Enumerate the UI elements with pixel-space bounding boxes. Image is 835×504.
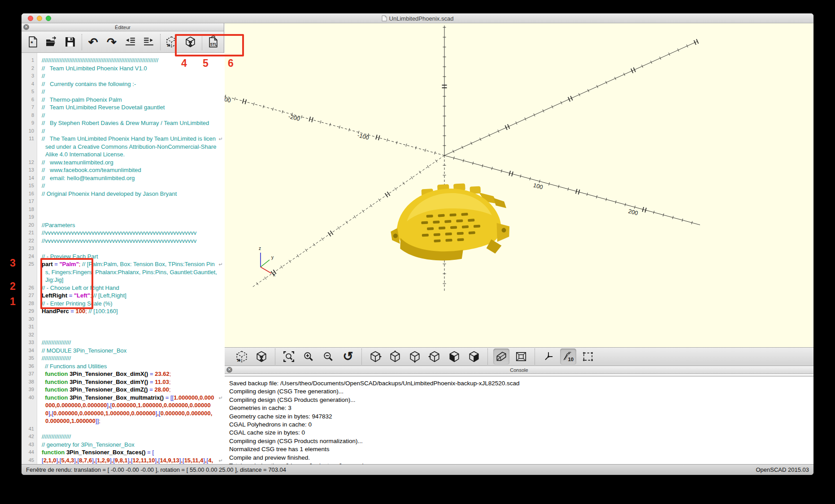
export-stl-icon[interactable]: STL <box>205 33 221 51</box>
window-titlebar: UnLimbitedPhoenix.scad <box>22 13 813 23</box>
line-number: 38 <box>22 378 37 386</box>
line-number: 4 <box>22 80 37 88</box>
code-line: 7// Team UnLimibited Reverse Dovetail ga… <box>22 103 224 112</box>
new-file-icon[interactable]: * <box>25 33 41 51</box>
main-area: ✕ Éditeur *↶↷»STL 1/////////////////////… <box>22 23 813 464</box>
zoom-window-button[interactable] <box>46 16 51 21</box>
line-number: 27 <box>22 292 37 300</box>
view-front-icon[interactable] <box>446 349 462 365</box>
code-line: 15// <box>22 182 224 190</box>
zoom-in-icon[interactable] <box>300 349 317 365</box>
line-number: 7 <box>22 103 37 112</box>
toolbar-separator <box>275 349 275 365</box>
window-title: UnLimbitedPhoenix.scad <box>389 15 454 22</box>
screenshot-background: UnLimbitedPhoenix.scad ✕ Éditeur *↶↷»STL… <box>0 0 835 504</box>
editor-close-icon[interactable]: ✕ <box>23 24 29 30</box>
view-all-icon[interactable] <box>580 349 596 365</box>
console-line: Normalized CSG tree has 1 elements <box>229 445 809 453</box>
code-line: 24// - Preview Each Part <box>22 253 224 261</box>
document-icon <box>382 15 387 22</box>
line-number: 25 <box>22 260 37 284</box>
view-left-icon[interactable] <box>426 349 443 365</box>
orthographic-icon[interactable] <box>513 349 529 365</box>
preview-icon[interactable]: » <box>164 33 179 51</box>
line-number: 30 <box>22 315 37 323</box>
openscad-window: UnLimbitedPhoenix.scad ✕ Éditeur *↶↷»STL… <box>22 13 813 475</box>
unindent-icon[interactable] <box>122 33 138 51</box>
line-number: 43 <box>22 441 37 449</box>
line-number: 11 <box>22 135 37 159</box>
line-number: 28 <box>22 300 37 308</box>
code-line: 30 <box>22 315 224 323</box>
editor-panel-title: Éditeur <box>115 25 130 30</box>
code-line: 6// Thermo-palm Phoenix Palm <box>22 96 224 104</box>
toolbar-separator <box>487 349 488 365</box>
code-line: 17 <box>22 198 224 206</box>
show-axes-icon[interactable] <box>540 349 557 365</box>
view-top-icon[interactable] <box>387 349 403 365</box>
line-number: 18 <box>22 206 37 214</box>
view-right-icon[interactable] <box>367 349 383 365</box>
line-number: 29 <box>22 307 37 315</box>
code-line: 32 <box>22 331 224 339</box>
zoom-fit-icon[interactable] <box>281 349 297 365</box>
code-editor[interactable]: 1///////////////////////////////////////… <box>22 53 224 464</box>
annotation-number-2: 2 <box>10 280 16 293</box>
perspective-icon[interactable] <box>493 349 509 365</box>
line-number: 31 <box>22 323 37 331</box>
code-line: 31 <box>22 323 224 331</box>
annotation-number-1: 1 <box>10 296 16 308</box>
code-line: 10// <box>22 127 224 135</box>
minimize-window-button[interactable] <box>37 16 42 21</box>
line-number: 19 <box>22 213 37 221</box>
code-line: 19 <box>22 213 224 221</box>
render-icon[interactable] <box>182 33 198 51</box>
viewport-3d[interactable]: -300-200-100100200 <box>225 23 813 347</box>
undo-icon[interactable]: ↶ <box>85 33 101 51</box>
console-close-icon[interactable]: ✕ <box>226 367 232 373</box>
line-number: 26 <box>22 284 37 292</box>
line-number: 44 <box>22 448 37 457</box>
line-wrap-icon: ↵ <box>219 457 223 465</box>
code-line: 39 function 3Pin_Tensioner_Box_dimZ() = … <box>22 386 224 394</box>
view-bottom-icon[interactable] <box>407 349 423 365</box>
close-window-button[interactable] <box>28 16 33 21</box>
open-file-icon[interactable] <box>43 33 59 51</box>
line-number: 35 <box>22 354 37 362</box>
indent-icon[interactable] <box>141 33 157 51</box>
code-line: 8// <box>22 112 224 120</box>
phoenix-palm-model <box>384 182 518 279</box>
console-line: Compiling design (CSG Products generatio… <box>229 396 809 404</box>
save-icon[interactable] <box>62 33 78 51</box>
code-line: 25part = "Palm"; // [Palm:Palm, Box: Ten… <box>22 260 224 284</box>
viewport-toolbar: »↺10 <box>225 347 813 366</box>
zoom-out-icon[interactable] <box>320 349 336 365</box>
console-line: CGAL Polyhedrons in cache: 0 <box>229 421 809 429</box>
line-number: 3 <box>22 72 37 80</box>
code-line: 28// - Enter Printing Scale (%) <box>22 300 224 308</box>
svg-text:»: » <box>167 41 170 48</box>
vp-render-icon[interactable] <box>253 349 270 365</box>
code-line: 44function 3Pin_Tensioner_Box_faces() = … <box>22 448 224 457</box>
line-number: 37 <box>22 370 37 378</box>
console-log[interactable]: Saved backup file: /Users/theo/Documents… <box>225 376 813 464</box>
console-dock-header: ✕ Console <box>225 366 813 374</box>
line-number: 5 <box>22 88 37 96</box>
vp-preview-icon[interactable]: » <box>234 349 250 365</box>
line-number: 1 <box>22 56 37 65</box>
code-line: 41 <box>22 425 224 433</box>
line-number: 39 <box>22 386 37 394</box>
console-line: Compiling design (CSG Products normaliza… <box>229 437 809 445</box>
view-back-icon[interactable] <box>466 349 482 365</box>
code-line: 11// The Team UnLimbited Phoenix Hand by… <box>22 135 224 159</box>
code-line: 38 function 3Pin_Tensioner_Box_dimY() = … <box>22 378 224 386</box>
annotation-number-3: 3 <box>10 257 16 269</box>
console-line: Compile and preview finished. <box>229 454 809 462</box>
reset-view-icon[interactable]: ↺ <box>340 349 356 365</box>
code-line: 5// <box>22 88 224 96</box>
triad-y-label: y <box>271 255 274 260</box>
show-scale-markers-icon[interactable]: 10 <box>560 349 576 365</box>
redo-icon[interactable]: ↷ <box>104 33 119 51</box>
code-line: 29HandPerc = 100; // [100:160] <box>22 307 224 315</box>
render-status-text: Fenêtre de rendu: translation = [ -0.00 … <box>26 466 286 473</box>
